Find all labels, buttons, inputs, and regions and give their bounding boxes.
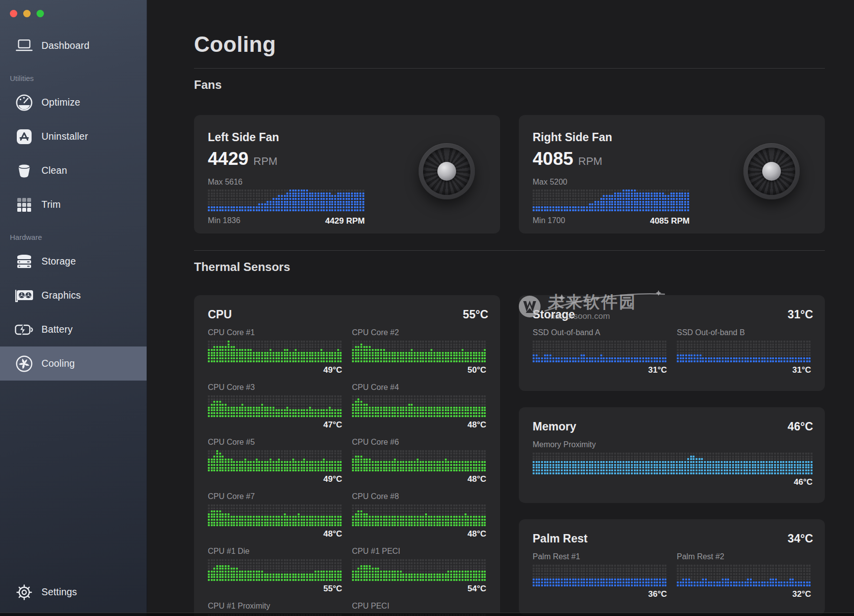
card-temp: 34°C <box>788 531 813 546</box>
card-temp: 31°C <box>788 307 813 322</box>
sidebar-item-trim[interactable]: Trim <box>0 188 147 222</box>
sidebar-item-cooling[interactable]: Cooling <box>0 346 147 381</box>
sidebar-item-settings[interactable]: Settings <box>0 575 147 609</box>
card-title: Memory <box>533 419 576 434</box>
sensor-label: SSD Out-of-band B <box>677 328 811 338</box>
sidebar-item-dashboard[interactable]: Dashboard <box>0 29 147 63</box>
sensor-history-chart <box>677 565 811 586</box>
sidebar-item-battery[interactable]: Battery <box>0 312 147 346</box>
sensor-history-chart <box>208 450 342 472</box>
app-window: Dashboard Utilities Optimize Uninstaller… <box>0 0 854 616</box>
sensor-temp: 54°C <box>352 584 486 594</box>
divider <box>194 250 825 251</box>
sidebar-item-uninstaller[interactable]: Uninstaller <box>0 119 147 154</box>
fan-history-chart <box>208 190 365 211</box>
palmrest-sensor-grid: Palm Rest #136°CPalm Rest #232°C <box>533 552 813 599</box>
sensor-history-chart <box>533 453 813 474</box>
sidebar-item-storage[interactable]: Storage <box>0 244 147 278</box>
fan-current-label: 4429 RPM <box>325 216 365 226</box>
gauge-icon <box>14 94 35 112</box>
fan-card-left: Left Side Fan 4429 RPM Max 5616 Min 1836… <box>194 115 500 233</box>
sensor-cell: CPU Core #347°C <box>208 383 342 430</box>
zoom-window-button[interactable] <box>37 10 44 17</box>
sidebar-item-label: Battery <box>41 324 73 335</box>
sensor-history-chart <box>533 565 667 586</box>
cpu-sensor-grid: CPU Core #149°CCPU Core #250°CCPU Core #… <box>208 328 488 616</box>
page-title: Cooling <box>194 32 825 57</box>
card-title: Palm Rest <box>533 531 587 546</box>
sidebar-item-label: Uninstaller <box>41 131 88 142</box>
thermal-right-column: Storage 31°C SSD Out-of-band A31°CSSD Ou… <box>519 295 825 615</box>
sensor-cell: CPU Core #748°C <box>208 492 342 539</box>
divider <box>194 68 825 69</box>
fan-min-label: Min 1836 <box>208 216 240 226</box>
sidebar-item-label: Optimize <box>41 97 80 108</box>
fan-history-chart <box>533 190 690 211</box>
sensor-temp: 31°C <box>677 365 811 375</box>
sensor-temp: 49°C <box>208 474 342 484</box>
sensor-temp: 48°C <box>352 529 486 539</box>
card-temp: 46°C <box>788 419 813 434</box>
close-window-button[interactable] <box>10 10 17 17</box>
sensor-label: CPU Core #1 <box>208 328 342 338</box>
sensor-cell: Palm Rest #232°C <box>677 552 811 599</box>
sensor-cell: Palm Rest #136°C <box>533 552 667 599</box>
minimize-window-button[interactable] <box>23 10 31 17</box>
sensor-label: CPU Core #3 <box>208 383 342 392</box>
fan-current-label: 4085 RPM <box>650 216 690 226</box>
sensor-temp: 50°C <box>352 365 486 375</box>
sensor-label: CPU Core #5 <box>208 437 342 447</box>
sensor-history-chart <box>352 395 486 417</box>
sensor-temp: 48°C <box>208 529 342 539</box>
sensor-cell: CPU Core #549°C <box>208 437 342 485</box>
fan-rpm-value: 4429 <box>208 149 248 169</box>
sidebar-item-label: Storage <box>41 256 76 267</box>
sensor-label: CPU #1 Die <box>208 546 342 556</box>
fan-rpm-unit: RPM <box>253 152 277 171</box>
sidebar-item-label: Graphics <box>41 290 81 301</box>
fans-section-title: Fans <box>194 77 825 92</box>
sensor-cell: CPU Core #648°C <box>352 437 486 485</box>
main-content: Cooling Fans Left Side Fan 4429 RPM Max … <box>147 0 854 616</box>
sensor-temp: 31°C <box>533 365 667 375</box>
laptop-icon <box>14 38 35 53</box>
server-icon <box>14 254 35 270</box>
palmrest-sensor-card: Palm Rest 34°C Palm Rest #136°CPalm Rest… <box>519 519 825 615</box>
sensor-history-chart <box>352 559 486 581</box>
sensor-label: CPU PECI <box>352 601 486 611</box>
sidebar-section-hardware: Hardware <box>0 222 147 244</box>
sidebar-item-graphics[interactable]: Graphics <box>0 278 147 312</box>
gear-icon <box>14 584 35 601</box>
sidebar-item-label: Trim <box>41 199 61 210</box>
sensor-label: CPU Core #2 <box>352 328 486 338</box>
fan-min-label: Min 1700 <box>533 216 565 226</box>
storage-sensor-grid: SSD Out-of-band A31°CSSD Out-of-band B31… <box>533 328 813 375</box>
sensor-label: CPU #1 Proximity <box>208 601 342 611</box>
card-title: Storage <box>533 307 575 322</box>
sensor-cell: Memory Proximity46°C <box>533 440 813 487</box>
sensor-temp: 46°C <box>533 477 813 487</box>
sensor-temp: 36°C <box>533 589 667 599</box>
grid-icon <box>14 197 35 213</box>
sidebar-item-label: Clean <box>41 165 67 176</box>
fan-name: Right Side Fan <box>533 131 825 144</box>
sensor-label: CPU Core #7 <box>208 492 342 501</box>
sensor-cell: SSD Out-of-band B31°C <box>677 328 811 375</box>
sensor-temp: 55°C <box>208 584 342 594</box>
gpu-icon <box>14 288 35 303</box>
sensor-history-chart <box>208 395 342 417</box>
sidebar-item-clean[interactable]: Clean <box>0 154 147 188</box>
sidebar-item-label: Settings <box>41 586 77 598</box>
thermal-grid: CPU 55°C CPU Core #149°CCPU Core #250°CC… <box>194 295 825 616</box>
fan-icon <box>14 355 35 373</box>
thermal-section-title: Thermal Sensors <box>194 260 825 274</box>
sensor-cell: SSD Out-of-band A31°C <box>533 328 667 375</box>
sensor-label: Palm Rest #1 <box>533 552 667 562</box>
sensor-cell: CPU Core #448°C <box>352 383 486 430</box>
sensor-label: CPU Core #8 <box>352 492 486 501</box>
sensor-history-chart <box>352 504 486 526</box>
memory-sensor-card: Memory 46°C Memory Proximity46°C <box>519 407 825 503</box>
sidebar-item-optimize[interactable]: Optimize <box>0 85 147 119</box>
cpu-sensor-card: CPU 55°C CPU Core #149°CCPU Core #250°CC… <box>194 295 500 616</box>
sensor-history-chart <box>208 504 342 526</box>
